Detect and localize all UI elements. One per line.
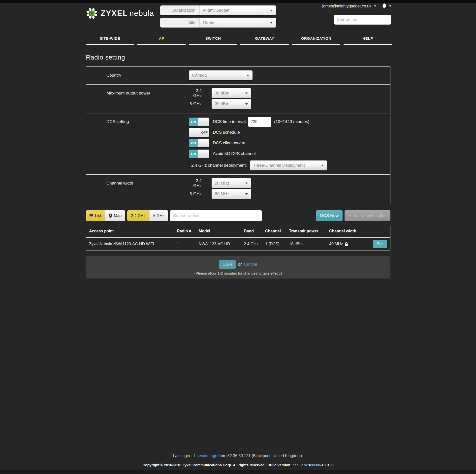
view-map-button[interactable]: Map [105,210,125,221]
user-email[interactable]: james@mightygadget.co.uk [322,4,371,8]
band-24ghz-button[interactable]: 2.4 GHz [127,210,149,221]
tab-organization[interactable]: ORGANIZATION [292,36,340,45]
chevron-down-icon [245,193,248,195]
channel-width-value: 40 MHz [329,242,343,246]
country-select-value: Canada [192,73,207,78]
tab-site-wide[interactable]: SITE-WIDE [86,36,134,45]
cell-channel: 1 (DCS) [265,242,289,246]
dcs-enable-toggle[interactable]: ON [189,118,209,126]
save-note: (Please allow 1-2 minutes for changes to… [194,271,282,275]
dcs-time-interval-label: DCS time interval: [213,119,247,124]
channel-width-5-row: 5 GHz 80 MHz [189,189,390,199]
avoid-dfs-toggle[interactable]: ON [189,150,209,158]
band-5ghz-button[interactable]: 5 GHz [149,210,168,221]
tab-ap[interactable]: AP [137,36,186,45]
hide-transmit-circles-button[interactable]: Hide transmit circles [345,210,390,221]
max-power-24-select[interactable]: 30 dBm [212,88,251,98]
channel-deployment-row: 2.4 GHz channel deployment: Three-Channe… [189,160,390,170]
access-points-table: Access point Radio # Model Band Channel … [86,225,390,251]
main-content: Radio setting Country Canada Maximum out… [86,54,390,279]
bell-icon [381,3,387,9]
table-row: Zyxel Nubula NWA1123-AC-HD WiFi 1 NWA112… [86,237,390,251]
channel-width-5-value: 80 MHz [215,191,229,196]
toggle-knob [189,128,200,137]
view-list-label: List [95,214,101,218]
map-pin-icon [109,214,112,218]
build-name: nebula [292,463,303,467]
dcs-client-aware-toggle[interactable]: ON [189,139,209,147]
tab-help[interactable]: HELP [344,36,392,45]
site-value[interactable]: Home [199,18,276,28]
max-power-5-select[interactable]: 30 dBm [212,99,251,109]
channel-width-5-select[interactable]: 80 MHz [212,189,251,199]
view-toggle-group: List Map [86,210,125,221]
bottom-strip [0,470,476,474]
global-search[interactable] [334,15,391,25]
last-login-time[interactable]: -1 second ago [192,454,217,458]
band-toggle-group: 2.4 GHz 5 GHz [127,210,168,221]
band-24-label: 2.4 GHz [189,88,202,98]
save-button[interactable]: Save [219,260,236,269]
or-text: or [238,262,242,267]
chevron-down-icon [245,183,248,184]
dcs-setting-label: DCS setting [86,118,189,170]
tab-gateway[interactable]: GATEWAY [240,36,289,45]
view-list-button[interactable]: List [86,210,105,221]
last-login-line: Last login: -1 second ago from 82.36.60.… [0,454,476,458]
max-output-power-section: Maximum output power 2.4 GHz 30 dBm 5 GH… [86,85,390,114]
build-version: 20180608-130106 [304,463,334,467]
avoid-dfs-row: ON Avoid 5G DFS channel [189,150,390,158]
col-channel: Channel [265,229,289,233]
edit-button[interactable]: Edit [373,240,387,248]
user-area: james@mightygadget.co.uk [322,3,391,9]
organization-selector[interactable]: Organization MightyGadget [160,5,276,15]
organization-value-text: MightyGadget [203,8,229,13]
view-map-label: Map [114,214,122,218]
tab-switch[interactable]: SWITCH [189,36,237,45]
chevron-down-icon [246,75,249,76]
search-radios-input[interactable] [170,210,262,221]
max-output-power-label: Maximum output power [86,88,189,110]
cancel-link[interactable]: Cancel [244,262,257,267]
separator: | [265,463,266,467]
dcs-now-button[interactable]: DCS Now [316,210,343,221]
notifications-caret-icon [389,5,391,7]
toggle-knob [198,150,209,158]
build-label: Build version: [268,463,292,467]
page-title: Radio setting [86,54,390,61]
cell-access-point[interactable]: Zyxel Nubula NWA1123-AC-HD WiFi [89,242,177,246]
notifications-button[interactable] [381,3,391,9]
save-bar: Save or Cancel (Please allow 1-2 minutes… [86,256,390,279]
dcs-client-aware-row: ON DCS client aware [189,139,390,147]
radio-setting-panel: Country Canada Maximum output power 2.4 … [86,66,390,204]
table-header-row: Access point Radio # Model Band Channel … [86,225,390,237]
global-search-input[interactable] [337,17,392,22]
cell-channel-width: 40 MHz [329,242,367,246]
channel-deployment-label: 2.4 GHz channel deployment: [189,163,247,168]
dcs-time-interval-row: ON DCS time interval: (10~1440 minutes) [189,118,390,126]
main-nav: SITE-WIDE AP SWITCH GATEWAY ORGANIZATION… [86,36,392,45]
dcs-time-interval-input[interactable] [248,117,271,127]
site-selector[interactable]: Site Home [160,18,276,28]
brand-text: ZYXELnebula [101,9,154,18]
list-icon [90,214,93,217]
dcs-client-aware-label: DCS client aware [213,141,245,146]
zyxel-flower-icon [86,7,98,19]
country-select[interactable]: Canada [189,70,253,80]
max-power-24-value: 30 dBm [215,91,229,96]
site-value-text: Home [203,20,214,25]
last-login-detail: from 82.36.60.121 (Blackpool, United Kin… [218,454,303,458]
dcs-schedule-row: OFF DCS schedule [189,128,390,137]
cell-actions: Edit [367,240,387,248]
organization-value[interactable]: MightyGadget [199,5,276,15]
user-menu-caret-icon[interactable] [374,5,376,7]
toolbar-right: DCS Now Hide transmit circles [316,210,390,221]
header: ZYXELnebula Organization MightyGadget Si… [0,0,476,28]
dcs-schedule-toggle[interactable]: OFF [189,128,209,137]
channel-deployment-select[interactable]: Three-Channel Deployment [250,160,327,170]
channel-width-24-select[interactable]: 20 MHz [212,178,251,188]
brand-nebula: nebula [129,9,154,18]
col-channel-width: Channel width [329,229,367,233]
chevron-down-icon [321,165,324,166]
country-section-label: Country [86,70,189,80]
